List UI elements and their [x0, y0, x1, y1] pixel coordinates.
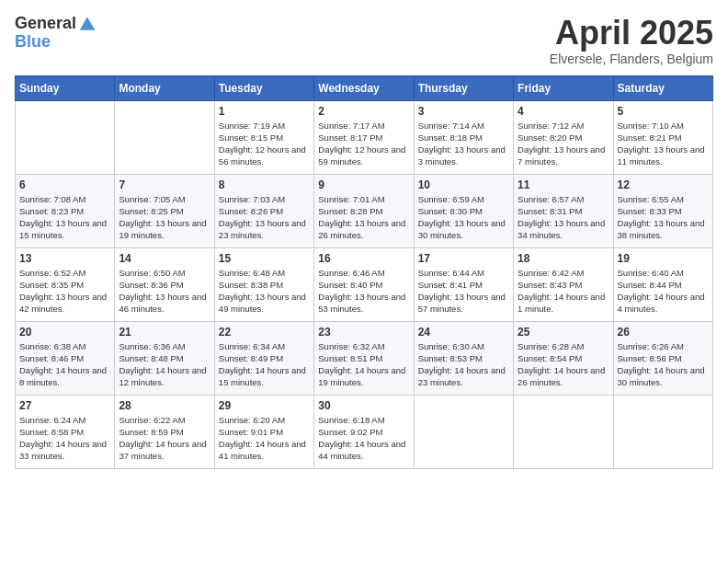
day-info: Sunrise: 7:08 AM Sunset: 8:23 PM Dayligh… — [19, 193, 110, 242]
day-cell: 9Sunrise: 7:01 AM Sunset: 8:28 PM Daylig… — [314, 174, 414, 247]
day-number: 25 — [518, 326, 609, 339]
header-saturday: Saturday — [613, 75, 712, 100]
day-cell: 7Sunrise: 7:05 AM Sunset: 8:25 PM Daylig… — [115, 174, 214, 247]
day-cell — [16, 100, 115, 174]
header-monday: Monday — [115, 75, 214, 100]
day-cell: 13Sunrise: 6:52 AM Sunset: 8:35 PM Dayli… — [16, 247, 115, 321]
day-cell: 27Sunrise: 6:24 AM Sunset: 8:58 PM Dayli… — [16, 395, 115, 468]
day-number: 22 — [219, 326, 310, 339]
day-cell: 25Sunrise: 6:28 AM Sunset: 8:54 PM Dayli… — [514, 321, 613, 395]
day-cell: 16Sunrise: 6:46 AM Sunset: 8:40 PM Dayli… — [314, 247, 414, 321]
week-row-3: 13Sunrise: 6:52 AM Sunset: 8:35 PM Dayli… — [16, 247, 713, 321]
day-number: 19 — [618, 252, 709, 265]
week-row-5: 27Sunrise: 6:24 AM Sunset: 8:58 PM Dayli… — [16, 395, 713, 468]
week-row-2: 6Sunrise: 7:08 AM Sunset: 8:23 PM Daylig… — [16, 174, 713, 247]
day-info: Sunrise: 7:14 AM Sunset: 8:18 PM Dayligh… — [418, 120, 509, 168]
day-info: Sunrise: 6:20 AM Sunset: 9:01 PM Dayligh… — [219, 414, 310, 463]
logo: General Blue — [15, 15, 97, 52]
day-cell — [514, 395, 613, 468]
header-tuesday: Tuesday — [214, 75, 313, 100]
day-number: 3 — [418, 105, 509, 118]
day-cell: 10Sunrise: 6:59 AM Sunset: 8:30 PM Dayli… — [414, 174, 513, 247]
day-info: Sunrise: 7:10 AM Sunset: 8:21 PM Dayligh… — [618, 120, 709, 168]
day-cell: 6Sunrise: 7:08 AM Sunset: 8:23 PM Daylig… — [16, 174, 115, 247]
day-cell: 12Sunrise: 6:55 AM Sunset: 8:33 PM Dayli… — [613, 174, 712, 247]
day-cell: 1Sunrise: 7:19 AM Sunset: 8:15 PM Daylig… — [214, 100, 313, 174]
week-row-4: 20Sunrise: 6:38 AM Sunset: 8:46 PM Dayli… — [16, 321, 713, 395]
day-cell: 4Sunrise: 7:12 AM Sunset: 8:20 PM Daylig… — [514, 100, 613, 174]
day-info: Sunrise: 6:48 AM Sunset: 8:38 PM Dayligh… — [219, 267, 310, 316]
day-info: Sunrise: 6:57 AM Sunset: 8:31 PM Dayligh… — [518, 193, 609, 242]
day-number: 28 — [119, 399, 210, 412]
day-cell: 3Sunrise: 7:14 AM Sunset: 8:18 PM Daylig… — [414, 100, 513, 174]
day-info: Sunrise: 6:26 AM Sunset: 8:56 PM Dayligh… — [618, 340, 709, 389]
day-number: 13 — [19, 252, 110, 265]
day-info: Sunrise: 6:40 AM Sunset: 8:44 PM Dayligh… — [618, 267, 709, 316]
title-block: April 2025 Elversele, Flanders, Belgium — [550, 15, 713, 66]
day-info: Sunrise: 7:12 AM Sunset: 8:20 PM Dayligh… — [518, 120, 609, 168]
day-number: 15 — [219, 252, 310, 265]
day-info: Sunrise: 7:03 AM Sunset: 8:26 PM Dayligh… — [219, 193, 310, 242]
day-number: 6 — [19, 178, 110, 191]
page-header: General Blue April 2025 Elversele, Fland… — [15, 15, 713, 66]
day-number: 12 — [618, 178, 709, 191]
day-cell: 28Sunrise: 6:22 AM Sunset: 8:59 PM Dayli… — [115, 395, 214, 468]
day-info: Sunrise: 7:17 AM Sunset: 8:17 PM Dayligh… — [318, 120, 409, 168]
day-cell: 15Sunrise: 6:48 AM Sunset: 8:38 PM Dayli… — [214, 247, 313, 321]
day-info: Sunrise: 6:55 AM Sunset: 8:33 PM Dayligh… — [618, 193, 709, 242]
svg-marker-0 — [80, 17, 96, 30]
day-info: Sunrise: 6:32 AM Sunset: 8:51 PM Dayligh… — [318, 340, 409, 389]
calendar-table: SundayMondayTuesdayWednesdayThursdayFrid… — [15, 75, 713, 469]
day-info: Sunrise: 6:28 AM Sunset: 8:54 PM Dayligh… — [518, 340, 609, 389]
day-cell: 8Sunrise: 7:03 AM Sunset: 8:26 PM Daylig… — [214, 174, 313, 247]
day-cell — [115, 100, 214, 174]
day-cell: 11Sunrise: 6:57 AM Sunset: 8:31 PM Dayli… — [514, 174, 613, 247]
day-number: 21 — [119, 326, 210, 339]
day-info: Sunrise: 7:05 AM Sunset: 8:25 PM Dayligh… — [119, 193, 210, 242]
logo-icon — [78, 15, 97, 33]
day-number: 14 — [119, 252, 210, 265]
day-number: 5 — [618, 105, 709, 118]
day-info: Sunrise: 6:18 AM Sunset: 9:02 PM Dayligh… — [318, 414, 409, 463]
header-wednesday: Wednesday — [314, 75, 414, 100]
day-number: 23 — [318, 326, 409, 339]
day-cell: 19Sunrise: 6:40 AM Sunset: 8:44 PM Dayli… — [613, 247, 712, 321]
day-number: 16 — [318, 252, 409, 265]
day-cell: 23Sunrise: 6:32 AM Sunset: 8:51 PM Dayli… — [314, 321, 414, 395]
day-info: Sunrise: 6:30 AM Sunset: 8:53 PM Dayligh… — [418, 340, 509, 389]
logo-blue-text: Blue — [15, 33, 97, 52]
day-number: 2 — [318, 105, 409, 118]
day-info: Sunrise: 6:42 AM Sunset: 8:43 PM Dayligh… — [518, 267, 609, 316]
day-cell: 2Sunrise: 7:17 AM Sunset: 8:17 PM Daylig… — [314, 100, 414, 174]
location: Elversele, Flanders, Belgium — [550, 52, 713, 66]
day-cell: 17Sunrise: 6:44 AM Sunset: 8:41 PM Dayli… — [414, 247, 513, 321]
day-number: 11 — [518, 178, 609, 191]
week-row-1: 1Sunrise: 7:19 AM Sunset: 8:15 PM Daylig… — [16, 100, 713, 174]
header-sunday: Sunday — [16, 75, 115, 100]
day-info: Sunrise: 7:19 AM Sunset: 8:15 PM Dayligh… — [219, 120, 310, 168]
day-cell: 20Sunrise: 6:38 AM Sunset: 8:46 PM Dayli… — [16, 321, 115, 395]
day-number: 17 — [418, 252, 509, 265]
day-cell: 21Sunrise: 6:36 AM Sunset: 8:48 PM Dayli… — [115, 321, 214, 395]
month-title: April 2025 — [550, 15, 713, 52]
day-info: Sunrise: 6:46 AM Sunset: 8:40 PM Dayligh… — [318, 267, 409, 316]
day-number: 4 — [518, 105, 609, 118]
day-cell: 5Sunrise: 7:10 AM Sunset: 8:21 PM Daylig… — [613, 100, 712, 174]
day-info: Sunrise: 6:36 AM Sunset: 8:48 PM Dayligh… — [119, 340, 210, 389]
day-number: 30 — [318, 399, 409, 412]
day-number: 24 — [418, 326, 509, 339]
day-cell: 18Sunrise: 6:42 AM Sunset: 8:43 PM Dayli… — [514, 247, 613, 321]
day-info: Sunrise: 6:22 AM Sunset: 8:59 PM Dayligh… — [119, 414, 210, 463]
logo-general-text: General — [15, 15, 76, 33]
calendar-header-row: SundayMondayTuesdayWednesdayThursdayFrid… — [16, 75, 713, 100]
day-info: Sunrise: 6:34 AM Sunset: 8:49 PM Dayligh… — [219, 340, 310, 389]
day-number: 18 — [518, 252, 609, 265]
day-info: Sunrise: 6:38 AM Sunset: 8:46 PM Dayligh… — [19, 340, 110, 389]
day-cell: 24Sunrise: 6:30 AM Sunset: 8:53 PM Dayli… — [414, 321, 513, 395]
day-info: Sunrise: 6:59 AM Sunset: 8:30 PM Dayligh… — [418, 193, 509, 242]
day-info: Sunrise: 6:24 AM Sunset: 8:58 PM Dayligh… — [19, 414, 110, 463]
day-cell: 26Sunrise: 6:26 AM Sunset: 8:56 PM Dayli… — [613, 321, 712, 395]
day-number: 26 — [618, 326, 709, 339]
day-number: 10 — [418, 178, 509, 191]
day-cell — [414, 395, 513, 468]
